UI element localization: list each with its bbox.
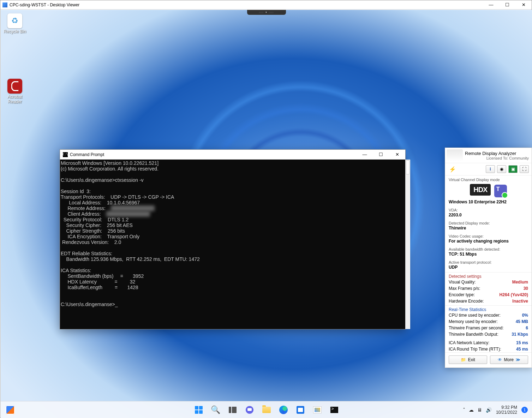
volume-icon[interactable]: 🔊	[486, 407, 492, 413]
rda-transport-label: Active transport protocol:	[449, 260, 528, 264]
rda-buttons: 📁Exit 👁More≫	[445, 352, 532, 368]
rda-tbw-value: 31 Kbps	[512, 332, 528, 337]
rda-mem-value: 45 MB	[516, 319, 528, 324]
rda-dispmode-value: Thinwire	[449, 226, 528, 231]
network-icon[interactable]: 🖥	[477, 407, 482, 413]
rda-more-button[interactable]: 👁More≫	[490, 356, 528, 364]
cmd-line: Cipher Strength: 256 bits	[61, 228, 125, 234]
cmd-titlebar[interactable]: C:\ Command Prompt — ☐ ✕	[60, 150, 405, 160]
cmd-line: EDT Reliable Statistics:	[61, 251, 112, 256]
rda-bw-label: Available bandwidth detected:	[449, 247, 528, 251]
rda-fps-value: 30	[524, 286, 528, 291]
cmd-minimize-button[interactable]: —	[357, 150, 373, 160]
cmd-line: Client Address:	[61, 211, 106, 217]
remote-desktop[interactable]: ::::: ▼ ::::: Recycle Bin Acrobat Reader…	[1, 10, 532, 418]
start-button[interactable]	[192, 403, 206, 417]
recycle-bin-icon[interactable]: Recycle Bin	[1, 13, 28, 34]
rda-license: Licensed To: Community	[465, 156, 529, 160]
outer-titlebar[interactable]: CPC-sding-WSTST - Desktop Viewer — ☐ ✕	[0, 0, 532, 10]
rda-exit-button[interactable]: 📁Exit	[449, 356, 487, 364]
rda-os: Windows 10 Enterprise 22H2	[449, 199, 528, 204]
cmd-scrollbar[interactable]	[405, 160, 410, 329]
chat-button[interactable]	[243, 403, 257, 417]
rda-detected-header: Detected settings	[445, 272, 532, 279]
conn-grip-icon: :::::	[259, 11, 264, 13]
rda-transport-value: UDP	[449, 265, 528, 270]
outer-minimize-button[interactable]: —	[483, 0, 499, 10]
cmd-line: Transport Protocols: UDP -> DTLS -> CGP …	[61, 194, 174, 200]
edge-button[interactable]	[276, 403, 291, 417]
eye-icon: 👁	[498, 357, 502, 362]
cmd-line: Local Address: 10.1.0.4:56967	[61, 200, 140, 205]
conn-arrow-icon: ▼	[265, 11, 268, 13]
rda-expand-button[interactable]: ⛶	[520, 165, 529, 173]
file-explorer-button[interactable]	[259, 403, 274, 417]
taskbar-right: ˄ ☁ 🖥 🔊 9:32 PM 10/21/2022 1	[463, 405, 528, 415]
folder-exit-icon: 📁	[461, 357, 466, 362]
outer-title: CPC-sding-WSTST - Desktop Viewer	[10, 2, 79, 7]
taskbar[interactable]: 🔍 ˄ ☁ 🖥 🔊 9:32 PM 10/21/2022	[1, 401, 532, 418]
rda-channel-mode: Virtual Channel Display mode HDX Windows…	[445, 175, 532, 206]
rda-network-icon[interactable]: ⚡	[448, 165, 457, 173]
rda-lat-label: ICA Network Latency:	[449, 340, 489, 345]
cmd-line: Remote Address:	[61, 205, 111, 211]
cmd-maximize-button[interactable]: ☐	[373, 150, 389, 160]
rda-more-label: More	[504, 357, 514, 362]
widgets-button[interactable]	[6, 405, 15, 414]
outer-close-button[interactable]: ✕	[515, 0, 532, 10]
redacted-client-address: XXX.XXX.XXX.XXX	[106, 211, 150, 217]
rda-vq-label: Visual Quality:	[449, 280, 476, 285]
command-prompt-window[interactable]: C:\ Command Prompt — ☐ ✕ Microsoft Windo…	[60, 149, 406, 329]
cmd-line: Bandwidth 125.936 Mbps, RTT 42.252 ms, E…	[61, 256, 200, 262]
cmd-line: HDX Latency = 32	[61, 279, 135, 285]
cmd-line: IcaBufferLength = 1428	[61, 285, 138, 290]
tray-chevron-icon[interactable]: ˄	[463, 407, 465, 413]
rda-exit-label: Exit	[468, 357, 475, 362]
conn-grip-icon: :::::	[269, 11, 274, 13]
cmd-taskbar-button[interactable]	[327, 403, 341, 417]
teams-icon	[494, 185, 507, 197]
acrobat-label: Acrobat Reader	[1, 94, 28, 104]
rda-toolbar: ⚡ i ◉ ▣ ⛶	[445, 163, 532, 175]
cmd-line: ICA Statistics:	[61, 268, 91, 273]
outer-title-left: CPC-sding-WSTST - Desktop Viewer	[0, 2, 79, 7]
rda-header: Remote Display Analyzer Licensed To: Com…	[445, 148, 532, 163]
cmd-output[interactable]: Microsoft Windows [Version 10.0.22621.52…	[60, 160, 405, 329]
connection-toolbar[interactable]: ::::: ▼ :::::	[247, 10, 286, 15]
rda-vq-value: Medium	[512, 280, 528, 285]
system-tray[interactable]: ˄ ☁ 🖥 🔊	[463, 407, 492, 413]
taskbar-clock[interactable]: 9:32 PM 10/21/2022	[496, 405, 517, 415]
onedrive-icon[interactable]: ☁	[469, 407, 474, 413]
rda-title: Remote Display Analyzer	[465, 151, 529, 156]
rda-mem-label: Memory used by encoder:	[449, 319, 498, 324]
store-button[interactable]	[293, 403, 307, 417]
rda-rtt-value: 45 ms	[516, 347, 528, 352]
acrobat-icon	[7, 79, 22, 94]
acrobat-reader-icon[interactable]: Acrobat Reader	[1, 79, 28, 104]
cmd-line: SentBandwidth (bps) = 3952	[61, 273, 144, 279]
rda-info-button[interactable]: i	[486, 165, 495, 173]
hdx-badge: HDX	[470, 184, 491, 196]
cmd-close-button[interactable]: ✕	[389, 150, 405, 160]
rda-cpu-label: CPU time used by encoder:	[449, 313, 501, 318]
citrix-viewer-icon	[2, 2, 7, 7]
cmd-line: Session Id 3:	[61, 189, 91, 194]
search-button[interactable]: 🔍	[209, 403, 223, 417]
rda-hwe-value: Inactive	[512, 299, 528, 304]
notification-badge[interactable]: 1	[521, 407, 528, 413]
remote-display-analyzer-panel[interactable]: Remote Display Analyzer Licensed To: Com…	[445, 148, 532, 368]
chevron-right-icon: ≫	[516, 357, 520, 362]
recycle-label: Recycle Bin	[1, 29, 28, 34]
rda-globe-button[interactable]: ◉	[497, 165, 506, 173]
taskbar-center: 🔍	[192, 403, 341, 417]
recycle-icon	[7, 13, 22, 28]
taskview-button[interactable]	[226, 403, 240, 417]
cmd-scroll-thumb[interactable]	[406, 160, 410, 174]
rda-cpu-value: 0%	[522, 313, 528, 318]
cmd-prompt-line: C:\Users\s.dingemanse>	[61, 301, 118, 307]
outer-maximize-button[interactable]: ☐	[499, 0, 515, 10]
rda-vda-label: VDA:	[449, 208, 528, 212]
rda-camera-button[interactable]: ▣	[508, 165, 518, 173]
paint-button[interactable]	[310, 403, 324, 417]
taskbar-left	[6, 405, 15, 414]
